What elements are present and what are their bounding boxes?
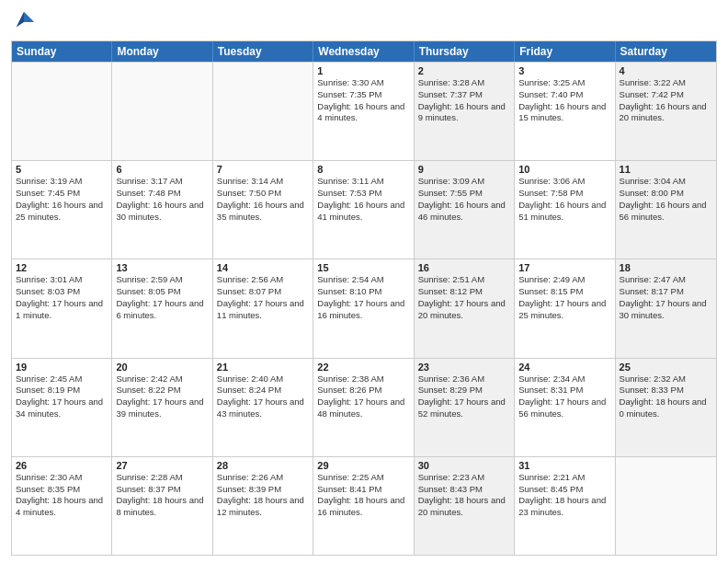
cell-info: Sunrise: 3:06 AMSunset: 7:58 PMDaylight:… [518, 176, 610, 223]
week-row-5: 26Sunrise: 2:30 AMSunset: 8:35 PMDayligh… [12, 456, 716, 555]
day-number: 2 [418, 65, 510, 76]
svg-marker-0 [24, 12, 34, 22]
page-header [11, 9, 717, 35]
day-number: 1 [317, 65, 409, 76]
cell-info: Sunrise: 3:04 AMSunset: 8:00 PMDaylight:… [620, 176, 712, 223]
logo [11, 9, 40, 35]
day-number: 26 [16, 460, 108, 471]
day-cell-4: 4Sunrise: 3:22 AMSunset: 7:42 PMDaylight… [616, 63, 716, 160]
day-cell-3: 3Sunrise: 3:25 AMSunset: 7:40 PMDaylight… [515, 63, 615, 160]
header-tuesday: Tuesday [213, 41, 313, 62]
cell-info: Sunrise: 3:14 AMSunset: 7:50 PMDaylight:… [217, 176, 309, 223]
cell-info: Sunrise: 2:32 AMSunset: 8:33 PMDaylight:… [620, 373, 712, 420]
cell-info: Sunrise: 2:56 AMSunset: 8:07 PMDaylight:… [217, 274, 309, 321]
cell-info: Sunrise: 2:21 AMSunset: 8:45 PMDaylight:… [518, 472, 610, 519]
cell-info: Sunrise: 3:01 AMSunset: 8:03 PMDaylight:… [16, 274, 108, 321]
day-number: 14 [217, 262, 309, 273]
day-number: 13 [116, 262, 208, 273]
day-cell-9: 9Sunrise: 3:09 AMSunset: 7:55 PMDaylight… [415, 161, 515, 259]
header-friday: Friday [515, 41, 615, 62]
day-number: 27 [116, 460, 208, 471]
day-cell-16: 16Sunrise: 2:51 AMSunset: 8:12 PMDayligh… [415, 259, 515, 357]
cell-info: Sunrise: 2:42 AMSunset: 8:22 PMDaylight:… [116, 373, 208, 420]
week-row-1: 1Sunrise: 3:30 AMSunset: 7:35 PMDaylight… [12, 62, 716, 160]
day-number: 9 [418, 164, 510, 175]
day-cell-29: 29Sunrise: 2:25 AMSunset: 8:41 PMDayligh… [313, 457, 414, 555]
day-cell-2: 2Sunrise: 3:28 AMSunset: 7:37 PMDaylight… [415, 63, 515, 160]
cell-info: Sunrise: 2:49 AMSunset: 8:15 PMDaylight:… [518, 274, 610, 321]
day-cell-15: 15Sunrise: 2:54 AMSunset: 8:10 PMDayligh… [313, 259, 414, 357]
empty-cell [616, 457, 716, 555]
day-cell-26: 26Sunrise: 2:30 AMSunset: 8:35 PMDayligh… [12, 457, 112, 555]
day-number: 17 [518, 262, 610, 273]
cell-info: Sunrise: 3:28 AMSunset: 7:37 PMDaylight:… [418, 77, 510, 124]
day-number: 23 [418, 362, 510, 373]
cell-info: Sunrise: 2:51 AMSunset: 8:12 PMDaylight:… [418, 274, 510, 321]
day-number: 4 [620, 65, 712, 76]
cell-info: Sunrise: 3:30 AMSunset: 7:35 PMDaylight:… [317, 77, 409, 124]
cell-info: Sunrise: 2:40 AMSunset: 8:24 PMDaylight:… [217, 373, 309, 420]
cell-info: Sunrise: 3:19 AMSunset: 7:45 PMDaylight:… [16, 176, 108, 223]
day-number: 8 [317, 164, 409, 175]
day-cell-22: 22Sunrise: 2:38 AMSunset: 8:26 PMDayligh… [313, 359, 414, 456]
day-number: 24 [518, 362, 610, 373]
day-cell-8: 8Sunrise: 3:11 AMSunset: 7:53 PMDaylight… [313, 161, 414, 259]
day-number: 10 [518, 164, 610, 175]
day-cell-31: 31Sunrise: 2:21 AMSunset: 8:45 PMDayligh… [515, 457, 615, 555]
week-row-4: 19Sunrise: 2:45 AMSunset: 8:19 PMDayligh… [12, 358, 716, 456]
day-number: 3 [518, 65, 610, 76]
cell-info: Sunrise: 2:59 AMSunset: 8:05 PMDaylight:… [116, 274, 208, 321]
day-number: 30 [418, 460, 510, 471]
day-number: 16 [418, 262, 510, 273]
day-cell-6: 6Sunrise: 3:17 AMSunset: 7:48 PMDaylight… [112, 161, 212, 259]
week-row-3: 12Sunrise: 3:01 AMSunset: 8:03 PMDayligh… [12, 259, 716, 357]
header-wednesday: Wednesday [313, 41, 414, 62]
day-number: 5 [16, 164, 108, 175]
cell-info: Sunrise: 2:23 AMSunset: 8:43 PMDaylight:… [418, 472, 510, 519]
header-monday: Monday [112, 41, 212, 62]
cell-info: Sunrise: 2:25 AMSunset: 8:41 PMDaylight:… [317, 472, 409, 519]
cell-info: Sunrise: 3:11 AMSunset: 7:53 PMDaylight:… [317, 176, 409, 223]
day-number: 6 [116, 164, 208, 175]
day-cell-24: 24Sunrise: 2:34 AMSunset: 8:31 PMDayligh… [515, 359, 615, 456]
cell-info: Sunrise: 2:54 AMSunset: 8:10 PMDaylight:… [317, 274, 409, 321]
day-cell-5: 5Sunrise: 3:19 AMSunset: 7:45 PMDaylight… [12, 161, 112, 259]
empty-cell [112, 63, 212, 160]
calendar-header: SundayMondayTuesdayWednesdayThursdayFrid… [12, 41, 716, 62]
day-cell-10: 10Sunrise: 3:06 AMSunset: 7:58 PMDayligh… [515, 161, 615, 259]
header-saturday: Saturday [616, 41, 716, 62]
cell-info: Sunrise: 2:38 AMSunset: 8:26 PMDaylight:… [317, 373, 409, 420]
day-cell-18: 18Sunrise: 2:47 AMSunset: 8:17 PMDayligh… [616, 259, 716, 357]
cell-info: Sunrise: 2:34 AMSunset: 8:31 PMDaylight:… [518, 373, 610, 420]
day-number: 11 [620, 164, 712, 175]
cell-info: Sunrise: 3:09 AMSunset: 7:55 PMDaylight:… [418, 176, 510, 223]
day-number: 12 [16, 262, 108, 273]
day-cell-30: 30Sunrise: 2:23 AMSunset: 8:43 PMDayligh… [415, 457, 515, 555]
day-number: 15 [317, 262, 409, 273]
day-cell-19: 19Sunrise: 2:45 AMSunset: 8:19 PMDayligh… [12, 359, 112, 456]
day-number: 7 [217, 164, 309, 175]
day-cell-28: 28Sunrise: 2:26 AMSunset: 8:39 PMDayligh… [213, 457, 313, 555]
day-number: 22 [317, 362, 409, 373]
cell-info: Sunrise: 2:47 AMSunset: 8:17 PMDaylight:… [620, 274, 712, 321]
calendar: SundayMondayTuesdayWednesdayThursdayFrid… [11, 40, 717, 556]
svg-marker-1 [17, 12, 24, 28]
day-number: 31 [518, 460, 610, 471]
day-number: 29 [317, 460, 409, 471]
day-cell-23: 23Sunrise: 2:36 AMSunset: 8:29 PMDayligh… [415, 359, 515, 456]
day-cell-27: 27Sunrise: 2:28 AMSunset: 8:37 PMDayligh… [112, 457, 212, 555]
day-cell-13: 13Sunrise: 2:59 AMSunset: 8:05 PMDayligh… [112, 259, 212, 357]
cell-info: Sunrise: 3:22 AMSunset: 7:42 PMDaylight:… [620, 77, 712, 124]
cell-info: Sunrise: 2:30 AMSunset: 8:35 PMDaylight:… [16, 472, 108, 519]
day-cell-21: 21Sunrise: 2:40 AMSunset: 8:24 PMDayligh… [213, 359, 313, 456]
cell-info: Sunrise: 2:28 AMSunset: 8:37 PMDaylight:… [116, 472, 208, 519]
header-thursday: Thursday [415, 41, 515, 62]
day-number: 18 [620, 262, 712, 273]
day-cell-11: 11Sunrise: 3:04 AMSunset: 8:00 PMDayligh… [616, 161, 716, 259]
day-cell-20: 20Sunrise: 2:42 AMSunset: 8:22 PMDayligh… [112, 359, 212, 456]
empty-cell [12, 63, 112, 160]
day-cell-14: 14Sunrise: 2:56 AMSunset: 8:07 PMDayligh… [213, 259, 313, 357]
header-sunday: Sunday [12, 41, 112, 62]
day-cell-1: 1Sunrise: 3:30 AMSunset: 7:35 PMDaylight… [313, 63, 414, 160]
day-cell-17: 17Sunrise: 2:49 AMSunset: 8:15 PMDayligh… [515, 259, 615, 357]
